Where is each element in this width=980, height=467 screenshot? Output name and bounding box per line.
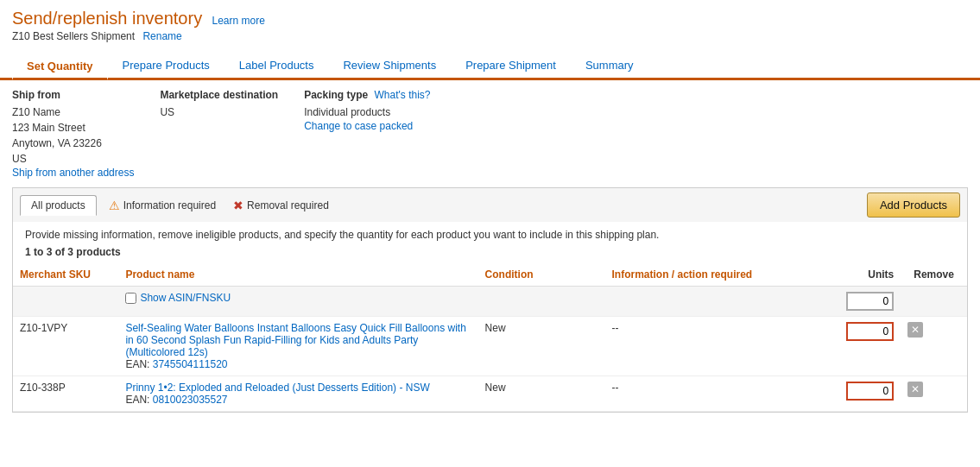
product-tab-removal-required[interactable]: ✖ Removal required xyxy=(224,195,338,216)
remove-button-1[interactable]: ✕ xyxy=(907,322,923,338)
tab-set-quantity[interactable]: Set Quantity xyxy=(12,54,108,80)
tab-bar: Set Quantity Prepare Products Label Prod… xyxy=(0,46,980,80)
tab-prepare-products[interactable]: Prepare Products xyxy=(108,53,224,78)
product-content: Provide missing information, remove inel… xyxy=(12,222,968,413)
page-header: Send/replenish inventory Learn more Z10 … xyxy=(0,0,980,46)
ship-from-address1: 123 Main Street xyxy=(12,120,134,136)
units-input-1[interactable] xyxy=(846,322,894,341)
units-input-2[interactable] xyxy=(846,382,894,401)
tab-prepare-shipment[interactable]: Prepare Shipment xyxy=(451,53,571,78)
warning-icon: ⚠ xyxy=(109,199,120,212)
show-asin-empty-condition xyxy=(478,287,605,317)
show-asin-cell: Show ASIN/FNSKU xyxy=(118,287,477,317)
info-cell-2: -- xyxy=(604,376,816,412)
ean-link-1[interactable]: 3745504111520 xyxy=(153,358,228,370)
add-products-button[interactable]: Add Products xyxy=(867,192,960,218)
show-asin-row: Show ASIN/FNSKU xyxy=(13,287,967,317)
col-info-required: Information / action required xyxy=(604,263,816,287)
sku-cell-2: Z10-338P xyxy=(13,376,118,412)
col-condition: Condition xyxy=(478,263,605,287)
show-asin-checkbox[interactable] xyxy=(125,293,136,304)
change-to-case-link[interactable]: Change to case packed xyxy=(304,120,413,132)
product-name-link-2[interactable]: Prinny 1•2: Exploded and Reloaded (Just … xyxy=(125,382,429,394)
packing-section: Packing type What's this? Individual pro… xyxy=(304,89,430,179)
page-title: Send/replenish inventory xyxy=(12,9,202,28)
product-section: All products ⚠ Information required ✖ Re… xyxy=(0,187,980,413)
remove-cell-2: ✕ xyxy=(901,376,967,412)
whats-this-link[interactable]: What's this? xyxy=(375,89,431,101)
condition-cell-2: New xyxy=(478,376,605,412)
product-tab-info-required[interactable]: ⚠ Information required xyxy=(100,195,224,216)
info-text: Provide missing information, remove inel… xyxy=(13,222,967,244)
info-cell-1: -- xyxy=(604,317,816,376)
show-asin-empty-remove xyxy=(901,287,967,317)
units-cell-1 xyxy=(816,317,901,376)
learn-more-link[interactable]: Learn more xyxy=(212,15,264,27)
col-units: Units xyxy=(816,263,901,287)
tab-review-shipments[interactable]: Review Shipments xyxy=(328,53,451,78)
removal-required-label: Removal required xyxy=(247,199,329,211)
ean-link-2[interactable]: 0810023035527 xyxy=(153,394,228,406)
ean-row-1: EAN: 3745504111520 xyxy=(125,358,471,370)
ean-row-2: EAN: 0810023035527 xyxy=(125,394,471,406)
product-name-link-1[interactable]: Self-Sealing Water Balloons Instant Ball… xyxy=(125,322,465,358)
marketplace-label: Marketplace destination xyxy=(160,89,278,101)
rename-link[interactable]: Rename xyxy=(142,30,181,42)
product-tab-all[interactable]: All products xyxy=(20,195,97,216)
remove-button-2[interactable]: ✕ xyxy=(907,382,923,397)
tab-label-products[interactable]: Label Products xyxy=(224,53,329,78)
table-row: Z10-338P Prinny 1•2: Exploded and Reload… xyxy=(13,376,967,412)
remove-cell-1: ✕ xyxy=(901,317,967,376)
show-asin-empty-sku xyxy=(13,287,118,317)
ship-from-section: Ship from Z10 Name 123 Main Street Anyto… xyxy=(12,89,134,179)
shipment-info: Ship from Z10 Name 123 Main Street Anyto… xyxy=(0,80,980,187)
packing-type-value: Individual products xyxy=(304,104,430,120)
marketplace-value: US xyxy=(160,104,278,120)
col-product-name: Product name xyxy=(118,263,477,287)
condition-cell-1: New xyxy=(478,317,605,376)
show-asin-link[interactable]: Show ASIN/FNSKU xyxy=(140,292,231,304)
table-header: Merchant SKU Product name Condition Info… xyxy=(13,263,967,287)
tab-summary[interactable]: Summary xyxy=(571,53,648,78)
packing-type-label: Packing type What's this? xyxy=(304,89,430,101)
product-name-cell-1: Self-Sealing Water Balloons Instant Ball… xyxy=(118,317,477,376)
col-sku: Merchant SKU xyxy=(13,263,118,287)
product-count: 1 to 3 of 3 products xyxy=(13,244,967,263)
shipment-name-text: Z10 Best Sellers Shipment xyxy=(12,30,135,42)
table-row: Z10-1VPY Self-Sealing Water Balloons Ins… xyxy=(13,317,967,376)
show-asin-units-cell xyxy=(816,287,901,317)
ship-from-address2: Anytown, VA 23226 xyxy=(12,136,134,151)
ship-from-label: Ship from xyxy=(12,89,134,101)
products-table: Merchant SKU Product name Condition Info… xyxy=(13,263,967,412)
shipment-name-row: Z10 Best Sellers Shipment Rename xyxy=(12,30,968,42)
units-cell-2 xyxy=(816,376,901,412)
ship-from-country: US xyxy=(12,151,134,167)
col-remove: Remove xyxy=(901,263,967,287)
marketplace-section: Marketplace destination US xyxy=(160,89,278,179)
ship-from-name: Z10 Name xyxy=(12,104,134,120)
error-icon: ✖ xyxy=(233,199,243,212)
product-tabs-bar: All products ⚠ Information required ✖ Re… xyxy=(12,187,968,222)
show-asin-empty-info xyxy=(604,287,816,317)
ship-from-another-link[interactable]: Ship from another address xyxy=(12,167,134,179)
units-input-header[interactable] xyxy=(846,292,894,311)
product-name-cell-2: Prinny 1•2: Exploded and Reloaded (Just … xyxy=(118,376,477,412)
info-required-label: Information required xyxy=(123,199,216,211)
sku-cell-1: Z10-1VPY xyxy=(13,317,118,376)
